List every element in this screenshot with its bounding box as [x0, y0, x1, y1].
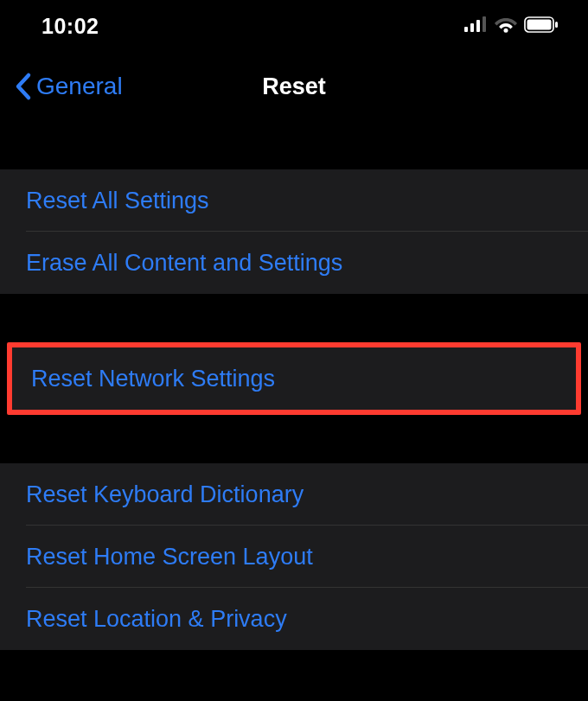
status-time: 10:02 — [42, 14, 99, 39]
reset-keyboard-dictionary-row[interactable]: Reset Keyboard Dictionary — [0, 463, 588, 526]
status-bar: 10:02 — [0, 0, 588, 52]
svg-rect-7 — [555, 22, 558, 28]
svg-rect-1 — [470, 23, 474, 32]
page-title: Reset — [262, 73, 326, 100]
back-label: General — [36, 73, 123, 100]
row-label: Erase All Content and Settings — [26, 250, 342, 277]
settings-group-3: Reset Keyboard Dictionary Reset Home Scr… — [0, 463, 588, 650]
section-spacer — [0, 415, 588, 463]
svg-rect-3 — [483, 16, 486, 32]
status-icons — [464, 16, 559, 36]
reset-location-privacy-row[interactable]: Reset Location & Privacy — [0, 588, 588, 650]
svg-rect-6 — [527, 19, 552, 29]
row-label: Reset All Settings — [26, 188, 209, 214]
reset-home-screen-layout-row[interactable]: Reset Home Screen Layout — [0, 526, 588, 588]
cellular-icon — [464, 16, 488, 35]
row-label: Reset Location & Privacy — [26, 606, 287, 633]
back-button[interactable]: General — [14, 72, 123, 101]
section-spacer — [0, 121, 588, 169]
reset-network-settings-row[interactable]: Reset Network Settings — [12, 347, 576, 410]
wifi-icon — [495, 16, 517, 36]
svg-point-4 — [504, 28, 508, 32]
row-label: Reset Network Settings — [31, 366, 275, 392]
settings-group-1: Reset All Settings Erase All Content and… — [0, 169, 588, 294]
row-label: Reset Keyboard Dictionary — [26, 481, 304, 508]
row-label: Reset Home Screen Layout — [26, 544, 313, 570]
battery-icon — [524, 16, 559, 36]
reset-all-settings-row[interactable]: Reset All Settings — [0, 169, 588, 232]
erase-all-content-row[interactable]: Erase All Content and Settings — [0, 232, 588, 294]
chevron-left-icon — [14, 72, 33, 101]
highlight-callout: Reset Network Settings — [7, 342, 581, 415]
svg-rect-0 — [464, 27, 468, 32]
nav-bar: General Reset — [0, 52, 588, 121]
section-spacer — [0, 294, 588, 342]
svg-rect-2 — [476, 20, 480, 32]
